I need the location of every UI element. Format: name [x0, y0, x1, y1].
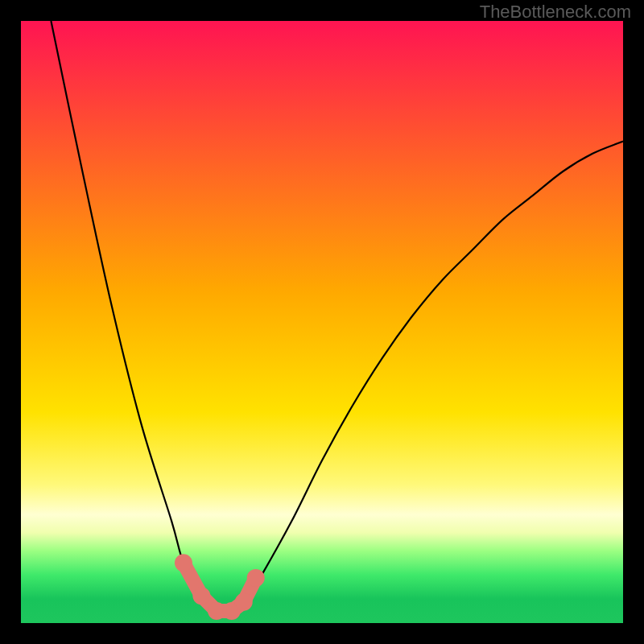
curve-svg	[21, 21, 623, 623]
marker-point	[235, 593, 253, 611]
marker-point	[192, 587, 210, 605]
bottleneck-curve	[51, 21, 623, 613]
plot-area	[21, 21, 623, 623]
watermark-text: TheBottleneck.com	[480, 2, 631, 23]
marker-point	[247, 569, 265, 587]
marker-point	[175, 554, 192, 572]
marker-group	[175, 554, 265, 620]
